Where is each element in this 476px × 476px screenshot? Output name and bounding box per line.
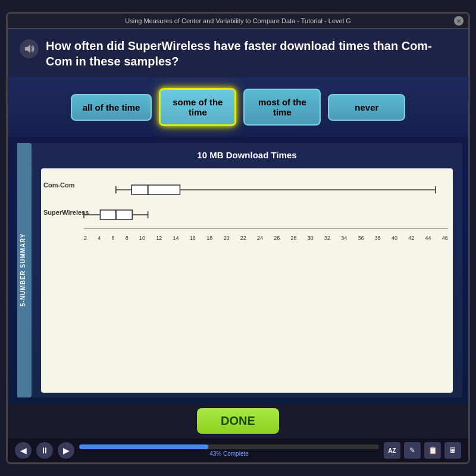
comcom-label: Com-Com [43,181,75,189]
question-text: How often did SuperWireless have faster … [46,38,456,69]
sidebar-label[interactable]: 5-NUMBER SUMMARY [17,143,32,397]
boxplot-chart [84,178,448,231]
speaker-icon[interactable] [20,39,39,58]
clipboard-tool-button[interactable]: 📋 [424,442,441,459]
done-button[interactable]: DONE [197,408,279,434]
progress-container: 43% Complete [79,444,379,457]
svg-rect-3 [131,185,180,195]
forward-button[interactable]: ▶ [58,442,74,459]
x-axis: 2468101214161820222426283032343638404244… [84,235,448,241]
answer-all-of-the-time[interactable]: all of the time [71,94,152,121]
answer-most-of-the-time[interactable]: most of thetime [243,89,321,126]
question-area: How often did SuperWireless have faster … [8,29,468,77]
nav-bar: ◀ ⏸ ▶ 43% Complete AZ ✎ 📋 🖩 [8,439,468,462]
answer-never[interactable]: never [328,94,405,121]
title-bar: Using Measures of Center and Variability… [8,14,468,29]
nav-tools: AZ ✎ 📋 🖩 [384,442,461,459]
chart-container: 10 MB Download Times Com-Com SuperWirele… [32,143,462,397]
chart-area: 5-NUMBER SUMMARY 10 MB Download Times Co… [8,137,468,403]
progress-bar [79,444,379,449]
svg-marker-0 [25,45,30,53]
close-button[interactable]: ✕ [454,16,464,26]
progress-fill [79,444,208,449]
answer-area: all of the time some of thetime most of … [8,77,468,137]
chart-inner: Com-Com SuperWireless [41,168,453,393]
main-content: How often did SuperWireless have faster … [8,29,468,462]
az-tool-button[interactable]: AZ [384,442,400,459]
superwireless-label: SuperWireless [43,209,89,216]
pencil-tool-button[interactable]: ✎ [404,442,421,459]
window-title: Using Measures of Center and Variability… [125,17,350,24]
done-area: DONE [8,403,468,439]
pause-button[interactable]: ⏸ [36,442,53,459]
chart-title: 10 MB Download Times [41,150,453,160]
progress-label: 43% Complete [79,450,379,457]
back-button[interactable]: ◀ [15,442,32,459]
answer-some-of-the-time[interactable]: some of thetime [159,88,236,126]
calculator-tool-button[interactable]: 🖩 [444,442,461,459]
